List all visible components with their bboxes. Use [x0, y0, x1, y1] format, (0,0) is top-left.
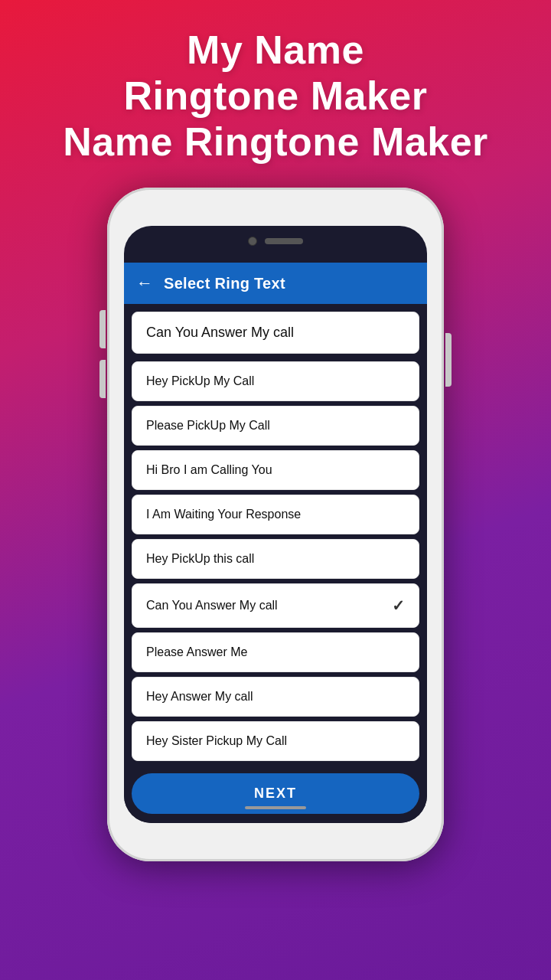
back-button[interactable]: ←	[136, 273, 153, 293]
earpiece-speaker	[265, 238, 303, 244]
list-item-text: Hey PickUp this call	[146, 552, 254, 566]
phone-mockup: ← Select Ring Text Can You Answer My cal…	[107, 188, 444, 861]
list-item[interactable]: Please PickUp My Call	[132, 406, 419, 446]
app-title: My Name Ringtone Maker Name Ringtone Mak…	[40, 0, 511, 180]
list-item[interactable]: I Am Waiting Your Response	[132, 495, 419, 534]
phone-notch	[248, 237, 303, 246]
list-item-text: Hey PickUp My Call	[146, 374, 254, 388]
list-item-text: Hey Answer My call	[146, 690, 253, 704]
list-item[interactable]: Hey Answer My call	[132, 677, 419, 717]
phone-shell: ← Select Ring Text Can You Answer My cal…	[107, 188, 444, 861]
list-item-text: Hi Bro I am Calling You	[146, 463, 272, 477]
list-item[interactable]: Hey PickUp this call	[132, 539, 419, 579]
selected-text-display: Can You Answer My call	[132, 312, 419, 354]
topbar-title: Select Ring Text	[164, 275, 285, 292]
list-item[interactable]: Can You Answer My call✓	[132, 583, 419, 628]
list-item[interactable]: Hi Bro I am Calling You	[132, 450, 419, 490]
list-item-text: Please Answer Me	[146, 645, 248, 659]
list-item-text: Can You Answer My call	[146, 599, 278, 612]
phone-screen: ← Select Ring Text Can You Answer My cal…	[124, 226, 427, 823]
list-item-text: Hey Sister Pickup My Call	[146, 734, 287, 748]
volume-down-button	[99, 360, 106, 398]
power-button	[445, 333, 452, 387]
app-topbar: ← Select Ring Text	[124, 263, 427, 304]
list-item-text: Please PickUp My Call	[146, 419, 270, 433]
app-content: ← Select Ring Text Can You Answer My cal…	[124, 263, 427, 823]
selected-checkmark-icon: ✓	[392, 596, 405, 615]
home-indicator	[245, 806, 306, 809]
list-item-text: I Am Waiting Your Response	[146, 508, 301, 521]
list-item[interactable]: Please Answer Me	[132, 632, 419, 672]
list-item[interactable]: Hey PickUp My Call	[132, 361, 419, 401]
list-item[interactable]: Hey Sister Pickup My Call	[132, 721, 419, 761]
ring-text-list: Hey PickUp My CallPlease PickUp My CallH…	[124, 358, 427, 767]
volume-up-button	[99, 310, 106, 348]
front-camera-icon	[248, 237, 257, 246]
